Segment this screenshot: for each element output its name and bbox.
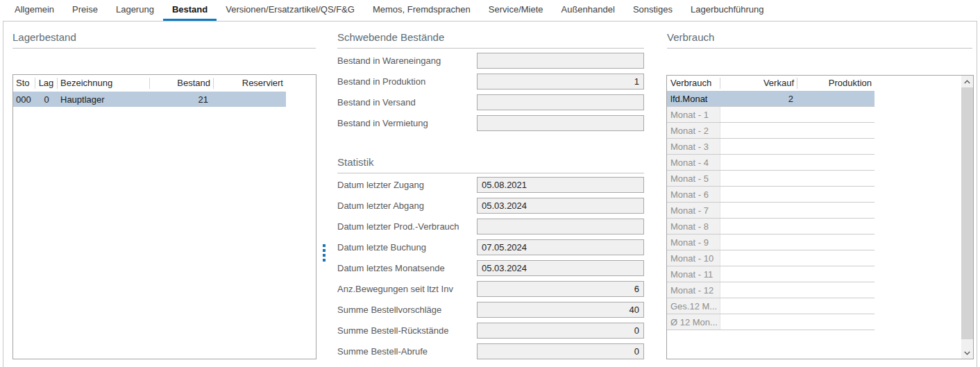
column-header-produktion[interactable]: Produktion xyxy=(797,78,875,89)
table-row[interactable]: Monat - 1 xyxy=(667,107,875,123)
cell-period: Monat - 7 xyxy=(667,203,720,218)
cell-sto: 000 xyxy=(13,94,35,105)
column-header-reserviert[interactable]: Reserviert xyxy=(214,78,286,89)
table-row[interactable]: Monat - 10 xyxy=(667,250,875,266)
verbrauch-section-title: Verbrauch xyxy=(667,31,972,49)
table-row[interactable]: Monat - 12 xyxy=(667,282,875,298)
grip-dots-icon xyxy=(323,244,326,247)
panel-splitter-handle[interactable] xyxy=(323,244,326,262)
field-label-summe-bestellvorschl-ge: Summe Bestellvorschläge xyxy=(337,305,477,315)
cell-produktion xyxy=(797,171,875,186)
cell-verkauf xyxy=(720,266,797,282)
tab-lagerung[interactable]: Lagerung xyxy=(107,0,163,21)
datum-letzter-abgang-field[interactable]: 05.03.2024 xyxy=(477,198,644,214)
field-label-bestand-in-wareneingang: Bestand in Wareneingang xyxy=(337,56,477,66)
column-header-bezeichnung[interactable]: Bezeichnung xyxy=(58,78,150,89)
schwebende-section-title: Schwebende Bestände xyxy=(337,31,644,49)
tab-service-miete[interactable]: Service/Miete xyxy=(480,0,552,21)
field-row-summe-bestellvorschl-ge: Summe Bestellvorschläge40 xyxy=(337,302,644,318)
table-row[interactable]: Monat - 3 xyxy=(667,139,875,155)
cell-verkauf xyxy=(720,298,797,314)
cell-produktion xyxy=(797,250,875,266)
column-header-lag[interactable]: Lag xyxy=(35,78,58,89)
bestand-in-vermietung-field[interactable] xyxy=(477,115,644,131)
table-row[interactable]: Monat - 6 xyxy=(667,187,875,203)
tab-lagerbuchf-hrung[interactable]: Lagerbuchführung xyxy=(682,0,773,21)
grip-dots-icon xyxy=(323,254,326,257)
table-row[interactable]: Monat - 5 xyxy=(667,171,875,187)
cell-verkauf xyxy=(720,171,797,186)
table-row[interactable]: Monat - 8 xyxy=(667,219,875,234)
cell-bezeichnung: Hauptlager xyxy=(58,94,150,105)
column-header-sto[interactable]: Sto xyxy=(13,78,35,89)
cell-period: Monat - 2 xyxy=(667,123,720,138)
chevron-down-icon[interactable] xyxy=(961,347,973,359)
tab-preise[interactable]: Preise xyxy=(63,0,107,21)
column-header-verbrauch[interactable]: Verbrauch xyxy=(667,78,720,89)
cell-period: Monat - 9 xyxy=(667,234,720,250)
cell-period: Monat - 10 xyxy=(667,250,720,266)
bestand-in-wareneingang-field[interactable] xyxy=(477,53,644,69)
tab-versionen-ersatzartikel-qs-f-g[interactable]: Versionen/Ersatzartikel/QS/F&G xyxy=(217,0,364,21)
cell-verkauf xyxy=(720,234,797,250)
field-row-bestand-in-wareneingang: Bestand in Wareneingang xyxy=(337,53,644,69)
datum-letzter-zugang-field[interactable]: 05.08.2021 xyxy=(477,177,644,193)
cell-period: Monat - 8 xyxy=(667,219,720,234)
summe-bestell-r-ckst-nde-field[interactable]: 0 xyxy=(477,323,644,339)
vertical-scrollbar[interactable] xyxy=(961,76,973,359)
lagerbestand-table-header: Sto Lag Bezeichnung Bestand Reserviert xyxy=(13,75,316,92)
lagerbestand-section-title: Lagerbestand xyxy=(12,31,316,49)
table-row[interactable]: Monat - 7 xyxy=(667,203,875,219)
cell-verkauf xyxy=(720,203,797,218)
field-label-datum-letzte-buchung: Datum letzte Buchung xyxy=(337,242,477,253)
table-row[interactable]: Monat - 9 xyxy=(667,234,875,250)
cell-verkauf: 2 xyxy=(720,91,797,106)
chevron-up-icon[interactable] xyxy=(961,76,973,87)
field-row-datum-letztes-monatsende: Datum letztes Monatsende05.03.2024 xyxy=(337,260,644,276)
table-row[interactable]: Monat - 4 xyxy=(667,155,875,171)
table-row[interactable]: 0000Hauptlager21 xyxy=(13,92,286,107)
cell-produktion xyxy=(797,219,875,234)
cell-verkauf xyxy=(720,139,797,154)
cell-verkauf xyxy=(720,219,797,234)
bestand-in-produktion-field[interactable]: 1 xyxy=(477,74,644,89)
cell-produktion xyxy=(797,139,875,154)
datum-letzter-prod-verbrauch-field[interactable] xyxy=(477,219,644,234)
table-row[interactable]: Ø 12 Mon... xyxy=(667,314,875,330)
cell-produktion xyxy=(797,314,875,330)
tab-au-enhandel[interactable]: Außenhandel xyxy=(552,0,624,21)
cell-bestand: 21 xyxy=(150,94,214,105)
field-row-datum-letzter-zugang: Datum letzter Zugang05.08.2021 xyxy=(337,177,644,193)
anz-bewegungen-seit-ltzt-inv-field[interactable]: 6 xyxy=(477,281,644,297)
field-row-summe-bestell-abrufe: Summe Bestell-Abrufe0 xyxy=(337,343,644,359)
summe-bestellvorschl-ge-field[interactable]: 40 xyxy=(477,302,644,318)
tab-allgemein[interactable]: Allgemein xyxy=(6,0,63,21)
tab-bestand[interactable]: Bestand xyxy=(163,0,217,21)
datum-letzte-buchung-field[interactable]: 07.05.2024 xyxy=(477,239,644,255)
cell-verkauf xyxy=(720,155,797,170)
column-header-bestand[interactable]: Bestand xyxy=(150,78,214,89)
field-label-anz-bewegungen-seit-ltzt-inv: Anz.Bewegungen seit ltzt Inv xyxy=(337,284,477,294)
field-label-bestand-in-versand: Bestand in Versand xyxy=(337,97,477,108)
table-row[interactable]: lfd.Monat2 xyxy=(667,91,875,107)
statistik-fields: Datum letzter Zugang05.08.2021Datum letz… xyxy=(337,177,644,364)
table-row[interactable]: Monat - 11 xyxy=(667,266,875,282)
cell-period: Monat - 6 xyxy=(667,187,720,202)
field-label-datum-letzter-zugang: Datum letzter Zugang xyxy=(337,180,477,190)
column-header-verkauf[interactable]: Verkauf xyxy=(720,78,797,89)
cell-produktion xyxy=(797,266,875,282)
summe-bestell-abrufe-field[interactable]: 0 xyxy=(477,343,644,359)
datum-letztes-monatsende-field[interactable]: 05.03.2024 xyxy=(477,260,644,276)
table-row[interactable]: Monat - 2 xyxy=(667,123,875,139)
verbrauch-table-header: Verbrauch Verkauf Produktion xyxy=(667,76,875,91)
tab-memos-fremdsprachen[interactable]: Memos, Fremdsprachen xyxy=(364,0,480,21)
bestand-in-versand-field[interactable] xyxy=(477,94,644,110)
field-label-summe-bestell-abrufe: Summe Bestell-Abrufe xyxy=(337,346,477,357)
table-row[interactable]: Ges.12 M... xyxy=(667,298,875,314)
cell-lag: 0 xyxy=(35,94,58,105)
cell-verkauf xyxy=(720,250,797,266)
cell-verkauf xyxy=(720,187,797,202)
tab-sonstiges[interactable]: Sonstiges xyxy=(624,0,682,21)
cell-period: Monat - 5 xyxy=(667,171,720,186)
scrollbar-thumb[interactable] xyxy=(961,87,973,339)
